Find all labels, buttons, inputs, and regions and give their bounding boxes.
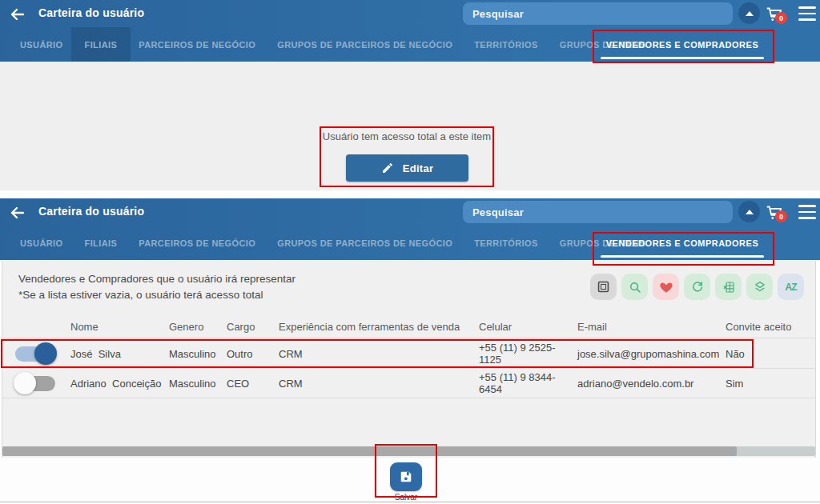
footer-bar: Salvar xyxy=(0,458,820,502)
cell-genero: Masculino xyxy=(169,348,227,360)
search-icon xyxy=(628,280,642,294)
tab-territorios[interactable]: TERRITÓRIOS xyxy=(474,27,538,62)
tab-grupos-de-parceiros-de-negocio[interactable]: GRUPOS DE PARCEIROS DE NEGÓCIO xyxy=(277,27,452,62)
cell-cargo: CEO xyxy=(227,378,279,390)
cell-cargo: Outro xyxy=(227,348,279,360)
cell-genero: Masculino xyxy=(169,378,227,390)
save-button[interactable] xyxy=(390,462,422,491)
favorites-button[interactable] xyxy=(653,274,679,300)
col-celular: Celular xyxy=(479,321,577,333)
search-box xyxy=(463,201,733,223)
cell-nome: Adriano Conceição xyxy=(70,378,169,390)
floppy-disk-icon xyxy=(398,469,414,485)
back-button[interactable] xyxy=(8,203,27,222)
tab-vendedores-e-compradores[interactable]: VENDEDORES E COMPRADORES xyxy=(597,27,767,62)
sort-az-icon: AZ xyxy=(786,282,797,293)
arrow-left-icon xyxy=(8,5,27,24)
col-genero: Genero xyxy=(169,321,227,333)
refresh-button[interactable] xyxy=(684,274,710,300)
cell-email: jose.silva@grupomashina.com xyxy=(577,348,726,360)
app-bar: Carteira do usuário 0 xyxy=(0,198,820,226)
list-subtitle: Vendedores e Compradores que o usuário i… xyxy=(18,271,295,287)
table-row: Adriano Conceição Masculino CEO CRM +55 … xyxy=(2,369,815,398)
row-toggle[interactable] xyxy=(15,344,55,363)
spreadsheet-icon xyxy=(722,280,736,294)
tab-usuario[interactable]: USUÁRIO xyxy=(20,226,63,260)
search-input[interactable] xyxy=(463,201,733,223)
horizontal-scrollbar[interactable] xyxy=(2,446,815,456)
cart-button[interactable]: 0 xyxy=(764,3,786,25)
select-square-icon xyxy=(596,279,611,294)
save-button-label: Salvar xyxy=(382,493,430,502)
list-intro: Vendedores e Compradores que o usuário i… xyxy=(18,271,295,303)
edit-button-label: Editar xyxy=(403,162,434,174)
tab-bar: USUÁRIO FILIAIS PARCEIROS DE NEGÓCIO GRU… xyxy=(0,27,820,62)
bottom-divider xyxy=(0,502,820,502)
page-title: Carteira do usuário xyxy=(38,205,144,218)
cart-badge: 0 xyxy=(775,210,787,222)
scrollbar-thumb[interactable] xyxy=(2,446,737,456)
chevron-up-icon xyxy=(746,11,754,16)
cell-email: adriano@vendelo.com.br xyxy=(577,378,726,390)
list-toolbar: AZ xyxy=(590,274,804,300)
menu-button[interactable] xyxy=(798,205,816,219)
tab-filiais[interactable]: FILIAIS xyxy=(85,27,118,62)
cell-celular: +55 (11) 9 2525-1125 xyxy=(479,342,577,366)
layers-icon xyxy=(753,280,767,294)
col-convite-aceito: Convite aceito xyxy=(726,321,815,333)
search-input[interactable] xyxy=(463,2,733,25)
col-cargo: Cargo xyxy=(227,321,279,333)
tab-bar: USUÁRIO FILIAIS PARCEIROS DE NEGÓCIO GRU… xyxy=(0,226,820,260)
select-square-button[interactable] xyxy=(590,274,617,300)
chevron-up-icon xyxy=(746,210,754,214)
screenshot-root: Carteira do usuário 0 USUÁRIO FILIAIS PA… xyxy=(0,0,820,504)
arrow-left-icon xyxy=(8,203,27,222)
back-button[interactable] xyxy=(8,5,27,24)
table-row: José Silva Masculino Outro CRM +55 (11) … xyxy=(2,339,815,369)
cell-convite-aceito: Não xyxy=(726,348,815,360)
cell-nome: José Silva xyxy=(70,348,169,360)
list-content-area: Vendedores e Compradores que o usuário i… xyxy=(2,261,816,458)
col-nome: Nome xyxy=(70,321,169,333)
tab-territorios[interactable]: TERRITÓRIOS xyxy=(474,226,538,260)
cell-experiencia: CRM xyxy=(279,378,479,390)
tab-usuario[interactable]: USUÁRIO xyxy=(20,27,63,62)
access-message: Usuário tem acesso total a este item xyxy=(320,130,494,142)
content-area: Usuário tem acesso total a este item Edi… xyxy=(0,62,820,190)
list-note: *Se a lista estiver vazia, o usuário ter… xyxy=(18,287,295,303)
hamburger-icon xyxy=(798,6,816,9)
pencil-icon xyxy=(381,162,394,174)
row-toggle[interactable] xyxy=(15,374,55,393)
edit-button[interactable]: Editar xyxy=(346,154,468,182)
export-table-button[interactable] xyxy=(715,274,742,300)
menu-button[interactable] xyxy=(798,6,816,21)
cart-button[interactable]: 0 xyxy=(764,202,786,223)
table-header: Nome Genero Cargo Experiência com ferram… xyxy=(2,315,815,338)
panel-top: Carteira do usuário 0 USUÁRIO FILIAIS PA… xyxy=(0,0,820,190)
cell-convite-aceito: Sim xyxy=(726,378,815,390)
cell-experiencia: CRM xyxy=(279,348,479,360)
cart-badge: 0 xyxy=(775,12,787,24)
panel-bottom: Carteira do usuário 0 USUÁRIO FILIAIS PA… xyxy=(0,198,820,504)
tab-parceiros-de-negocio[interactable]: PARCEIROS DE NEGÓCIO xyxy=(139,27,255,62)
app-bar: Carteira do usuário 0 xyxy=(0,0,820,27)
cell-celular: +55 (11) 9 8344-6454 xyxy=(479,371,577,395)
heart-icon xyxy=(659,280,673,294)
tab-parceiros-de-negocio[interactable]: PARCEIROS DE NEGÓCIO xyxy=(139,226,255,260)
collapse-button[interactable] xyxy=(738,2,760,24)
tab-filiais[interactable]: FILIAIS xyxy=(85,226,118,260)
tab-grupos-de-parceiros-de-negocio[interactable]: GRUPOS DE PARCEIROS DE NEGÓCIO xyxy=(277,226,452,260)
search-box xyxy=(463,2,733,25)
col-email: E-mail xyxy=(577,321,726,333)
tab-vendedores-e-compradores[interactable]: VENDEDORES E COMPRADORES xyxy=(597,226,767,260)
refresh-icon xyxy=(690,280,705,294)
layers-button[interactable] xyxy=(746,274,773,300)
collapse-button[interactable] xyxy=(738,201,760,222)
search-list-button[interactable] xyxy=(621,274,648,300)
col-experiencia: Experiência com ferramentas de venda xyxy=(279,321,479,333)
sort-az-button[interactable]: AZ xyxy=(778,274,804,300)
page-title: Carteira do usuário xyxy=(38,6,144,19)
